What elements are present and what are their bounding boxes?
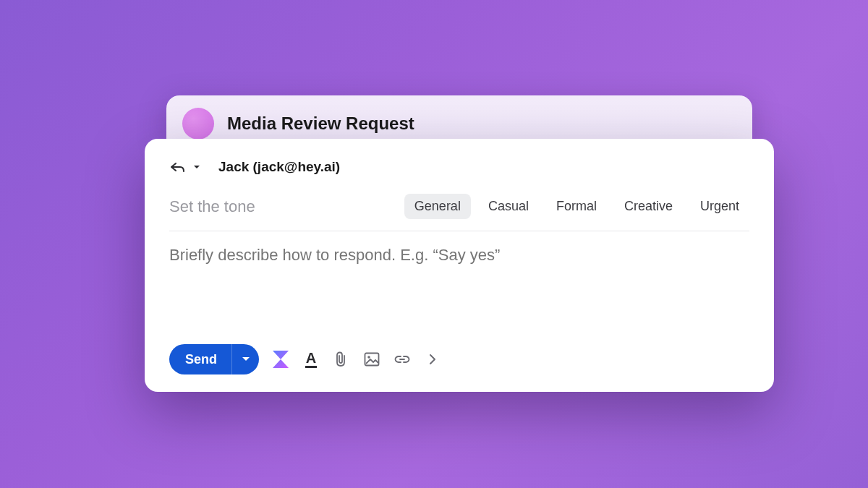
sender-avatar [182,108,214,140]
reply-row: Jack (jack@hey.ai) [169,159,749,175]
recipient-name: Jack (jack@hey.ai) [218,159,340,175]
send-options-dropdown[interactable] [231,344,259,374]
insert-image-icon[interactable] [363,351,380,368]
compose-body-input[interactable] [169,246,749,283]
tone-chips: General Casual Formal Creative Urgent [404,194,749,219]
email-header-card: Media Review Request [166,95,752,140]
app-background: Media Review Request Jack (jack@hey.ai) … [0,0,868,488]
send-button-group: Send [169,344,259,374]
tone-chip-general[interactable]: General [404,194,471,219]
email-subject: Media Review Request [227,114,414,134]
tone-chip-formal[interactable]: Formal [546,194,607,219]
insert-link-icon[interactable] [393,351,411,368]
tone-chip-creative[interactable]: Creative [614,194,683,219]
compose-body-area[interactable] [169,246,749,344]
tone-row: Set the tone General Casual Formal Creat… [169,194,749,231]
more-tools-icon[interactable] [424,351,441,368]
svg-point-1 [367,356,370,359]
tone-chip-urgent[interactable]: Urgent [690,194,749,219]
tone-label: Set the tone [169,197,255,216]
reply-icon[interactable] [169,160,185,174]
attach-file-icon[interactable] [333,351,350,368]
ai-hourglass-icon[interactable] [272,351,289,368]
text-format-icon[interactable]: A [302,351,320,368]
svg-rect-0 [365,354,379,366]
compose-card: Jack (jack@hey.ai) Set the tone General … [145,139,774,392]
reply-type-dropdown[interactable] [192,163,201,171]
compose-toolbar: Send A [169,344,749,374]
tone-chip-casual[interactable]: Casual [478,194,539,219]
send-button[interactable]: Send [169,344,231,374]
